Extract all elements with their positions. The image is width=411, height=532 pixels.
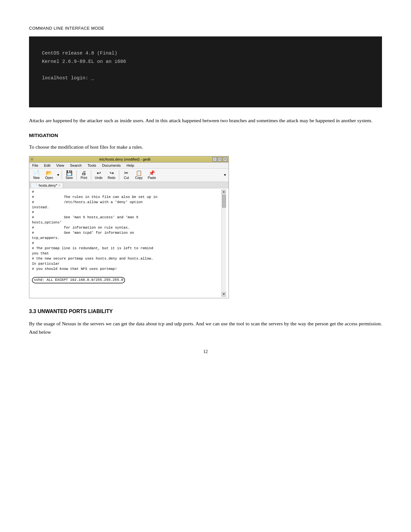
toolbar-copy-button[interactable]: 📋 Copy — [133, 170, 145, 181]
undo-label: Undo — [95, 176, 103, 180]
toolbar-undo-button[interactable]: ↩ Undo — [93, 170, 105, 181]
body-paragraph-2: By the usage of Nessus in the servers we… — [29, 320, 382, 337]
line-hash-1: # # The rules in this file can also be s… — [32, 190, 157, 282]
copy-label: Copy — [135, 176, 142, 180]
gedit-menubar: File Edit View Search Tools Documents He… — [29, 163, 229, 169]
gedit-window: ⊞ /etc/hosts.deny (modified) - gedit - □… — [29, 156, 229, 298]
gedit-toolbar: 📄 New 📂 Open ▼ 💾 Save 🖨 Print ↩ Undo ↪ R… — [29, 169, 229, 182]
cli-section-heading: COMMAND LINE INTERFACE MODE — [29, 26, 382, 31]
save-label: Save — [65, 176, 73, 180]
toolbar-separator-3 — [91, 170, 91, 180]
copy-icon: 📋 — [136, 171, 142, 176]
menu-documents[interactable]: Documents — [101, 163, 122, 168]
open-label: Open — [45, 176, 53, 180]
gedit-title-resize-indicator: ⊞ — [31, 157, 37, 161]
terminal-line3: localhost login: _ — [42, 74, 369, 83]
toolbar-end-dropdown[interactable]: ▼ — [223, 173, 227, 177]
tab-label: hosts.deny* — [39, 183, 57, 187]
gedit-tabs-bar: 📄 hosts.deny* × — [29, 182, 229, 188]
scroll-up-button[interactable]: ▲ — [222, 190, 226, 194]
menu-tools[interactable]: Tools — [87, 163, 97, 168]
scroll-down-button[interactable]: ▼ — [222, 292, 226, 297]
toolbar-separator-1 — [62, 170, 62, 180]
menu-help[interactable]: Help — [126, 163, 135, 168]
menu-file[interactable]: File — [31, 163, 39, 168]
gedit-win-controls: - □ × — [212, 157, 227, 162]
redo-label: Redo — [108, 176, 115, 180]
print-icon: 🖨 — [81, 171, 86, 176]
paste-icon: 📌 — [149, 171, 155, 176]
scroll-thumb[interactable] — [222, 195, 226, 208]
paste-label: Paste — [148, 176, 156, 180]
toolbar-redo-button[interactable]: ↪ Redo — [105, 170, 118, 181]
toolbar-paste-button[interactable]: 📌 Paste — [145, 170, 158, 181]
new-icon: 📄 — [33, 171, 40, 176]
terminal-line1: CentOS release 4.8 (Final) — [42, 49, 369, 58]
redo-icon: ↪ — [110, 171, 114, 176]
toolbar-print-button[interactable]: 🖨 Print — [78, 170, 90, 181]
toolbar-save-button[interactable]: 💾 Save — [63, 170, 75, 181]
cut-label: Cut — [124, 176, 129, 180]
mitigation-intro: To choose the modification of host files… — [29, 143, 382, 151]
gedit-close-button[interactable]: × — [223, 157, 227, 162]
page-number: 12 — [29, 349, 382, 354]
terminal-line2: Kernel 2.6.9-89.EL on an i686 — [42, 58, 369, 66]
tab-close-icon[interactable]: × — [58, 184, 60, 187]
open-icon: 📂 — [46, 171, 52, 176]
body-paragraph-1: Attacks are happened by the attacker suc… — [29, 116, 382, 125]
toolbar-new-button[interactable]: 📄 New — [31, 170, 42, 181]
menu-view[interactable]: View — [55, 163, 65, 168]
gedit-title-text: /etc/hosts.deny (modified) - gedit — [37, 157, 212, 161]
gedit-minimize-button[interactable]: - — [212, 157, 217, 162]
section-33-heading: 3.3 UNWANTED PORTS LIABILITY — [29, 309, 382, 314]
menu-edit[interactable]: Edit — [43, 163, 52, 168]
gedit-text-area[interactable]: # # The rules in this file can also be s… — [32, 190, 221, 297]
gedit-titlebar: ⊞ /etc/hosts.deny (modified) - gedit - □… — [29, 156, 229, 163]
toolbar-open-button[interactable]: 📂 Open — [43, 170, 55, 181]
highlighted-rule-line: sshd: ALL EXCEPT 192.168.0.0/255.255.255… — [32, 277, 125, 283]
print-label: Print — [81, 176, 87, 180]
gedit-scrollbar[interactable]: ▲ ▼ — [221, 190, 226, 297]
terminal-box: CentOS release 4.8 (Final) Kernel 2.6.9-… — [29, 36, 382, 107]
toolbar-separator-2 — [76, 170, 77, 180]
save-icon: 💾 — [66, 171, 73, 176]
cut-icon: ✂ — [124, 171, 128, 176]
tab-file-icon: 📄 — [34, 183, 37, 187]
toolbar-separator-4 — [119, 170, 119, 180]
toolbar-dropdown[interactable]: ▼ — [56, 173, 60, 177]
mitigation-heading: MITIGATION — [29, 133, 382, 138]
menu-search[interactable]: Search — [69, 163, 83, 168]
undo-icon: ↩ — [97, 171, 101, 176]
gedit-tab-hosts-deny[interactable]: 📄 hosts.deny* × — [31, 182, 63, 188]
toolbar-cut-button[interactable]: ✂ Cut — [121, 170, 132, 181]
gedit-content-area[interactable]: # # The rules in this file can also be s… — [29, 188, 229, 298]
new-label: New — [33, 176, 40, 180]
gedit-maximize-button[interactable]: □ — [218, 157, 222, 162]
